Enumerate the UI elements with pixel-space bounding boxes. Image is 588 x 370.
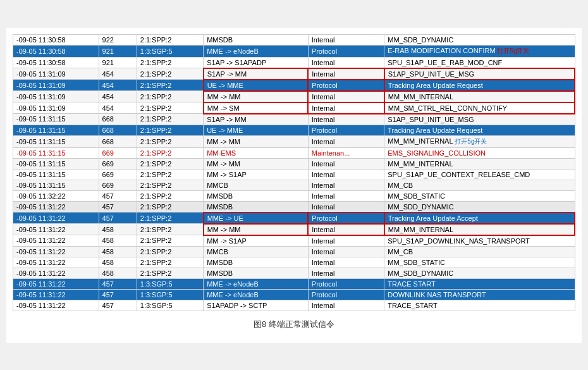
table-row: -09-05 11:30:589222:1:SPP:2MMSDBInternal…: [13, 34, 575, 45]
node-cell: 2:1:SPP:2: [137, 246, 203, 257]
direction-cell: MME -> eNodeB: [204, 278, 309, 289]
id-cell: 669: [99, 158, 137, 169]
table-row: -09-05 11:31:224582:1:SPP:2MM -> MMInter…: [13, 224, 575, 235]
time-cell: -09-05 11:31:15: [13, 114, 99, 125]
message-cell: MM_SM_CTRL_REL_CONN_NOTIFY: [384, 102, 575, 114]
message-cell: MM_SDB_STATIC: [384, 190, 575, 201]
message-cell: SPU_S1AP_UE_E_RAB_MOD_CNF: [384, 57, 575, 68]
direction-cell: MM -> MM: [204, 224, 309, 235]
time-cell: -09-05 11:31:22: [13, 300, 99, 311]
table-row: -09-05 11:31:156682:1:SPP:2S1AP -> MMInt…: [13, 114, 575, 125]
message-cell: EMS_SIGNALING_COLLISION: [384, 147, 575, 158]
node-cell: 1:3:SGP:5: [137, 300, 203, 311]
direction-cell: MMSDB: [204, 190, 309, 201]
direction-cell: MMCB: [204, 180, 309, 190]
id-cell: 457: [99, 300, 137, 311]
node-cell: 2:1:SPP:2: [137, 34, 203, 45]
type-cell: Protocol: [308, 213, 384, 224]
table-row: -09-05 11:31:156682:1:SPP:2UE -> MMEProt…: [13, 125, 575, 135]
time-cell: -09-05 11:31:15: [13, 147, 99, 158]
node-cell: 2:1:SPP:2: [137, 213, 203, 224]
id-cell: 454: [99, 102, 137, 114]
table-row: -09-05 11:31:224582:1:SPP:2MMSDBInternal…: [13, 268, 575, 278]
table-row: -09-05 11:31:094542:1:SPP:2S1AP -> MMInt…: [13, 68, 575, 80]
table-row: -09-05 11:31:224572:1:SPP:2MMSDBInternal…: [13, 201, 575, 213]
time-cell: -09-05 11:31:15: [13, 180, 99, 190]
type-cell: Protocol: [308, 289, 384, 300]
node-cell: 2:1:SPP:2: [137, 169, 203, 180]
node-cell: 2:1:SPP:2: [137, 201, 203, 213]
table-row: -09-05 11:31:224582:1:SPP:2MMCBInternalM…: [13, 246, 575, 257]
time-cell: -09-05 11:31:15: [13, 125, 99, 135]
direction-cell: MM -> S1AP: [204, 169, 309, 180]
node-cell: 2:1:SPP:2: [137, 91, 203, 102]
time-cell: -09-05 11:31:15: [13, 169, 99, 180]
type-cell: Protocol: [308, 278, 384, 289]
node-cell: 2:1:SPP:2: [137, 268, 203, 278]
message-cell: MM_MM_INTERNAL: [384, 224, 575, 235]
type-cell: Internal: [308, 257, 384, 268]
type-cell: Internal: [308, 224, 384, 235]
time-cell: -09-05 11:31:09: [13, 102, 99, 114]
type-cell: Internal: [308, 169, 384, 180]
direction-cell: MME -> UE: [204, 213, 309, 224]
table-row: -09-05 11:31:156682:1:SPP:2MM -> MMInter…: [13, 135, 575, 147]
direction-cell: MMSDB: [204, 257, 309, 268]
direction-cell: MMCB: [204, 246, 309, 257]
node-cell: 2:1:SPP:2: [137, 224, 203, 235]
type-cell: Internal: [308, 235, 384, 247]
table-row: -09-05 11:31:224572:1:SPP:2MME -> UEProt…: [13, 213, 575, 224]
time-cell: -09-05 11:31:09: [13, 80, 99, 91]
time-cell: -09-05 11:31:22: [13, 289, 99, 300]
message-cell: DOWNLINK NAS TRANSPORT: [384, 289, 575, 300]
message-cell: TRACE START: [384, 278, 575, 289]
id-cell: 457: [99, 289, 137, 300]
table-row: -09-05 11:32:224572:1:SPP:2MMSDBInternal…: [13, 190, 575, 201]
id-cell: 458: [99, 268, 137, 278]
id-cell: 457: [99, 190, 137, 201]
id-cell: 922: [99, 34, 137, 45]
direction-cell: MM -> MM: [204, 158, 309, 169]
direction-cell: MM -> SM: [204, 102, 309, 114]
time-cell: -09-05 11:31:22: [13, 224, 99, 235]
node-cell: 2:1:SPP:2: [137, 135, 203, 147]
id-cell: 458: [99, 246, 137, 257]
type-cell: Internal: [308, 114, 384, 125]
message-cell: MM_MM_INTERNAL: [384, 91, 575, 102]
time-cell: -09-05 11:31:22: [13, 235, 99, 247]
node-cell: 2:1:SPP:2: [137, 114, 203, 125]
page-container: -09-05 11:30:589222:1:SPP:2MMSDBInternal…: [6, 28, 582, 343]
id-cell: 454: [99, 80, 137, 91]
type-cell: Protocol: [308, 45, 384, 57]
node-cell: 1:3:SGP:5: [137, 45, 203, 57]
signal-table: -09-05 11:30:589222:1:SPP:2MMSDBInternal…: [13, 34, 575, 311]
node-cell: 2:1:SPP:2: [137, 125, 203, 135]
time-cell: -09-05 11:31:22: [13, 268, 99, 278]
node-cell: 2:1:SPP:2: [137, 190, 203, 201]
type-cell: Internal: [308, 102, 384, 114]
node-cell: 2:1:SPP:2: [137, 180, 203, 190]
direction-cell: S1APADP -> SCTP: [204, 300, 309, 311]
message-cell: MM_MM_INTERNAL 打开5g开关: [384, 135, 575, 147]
node-cell: 2:1:SPP:2: [137, 57, 203, 68]
caption: 图8 终端正常测试信令: [13, 319, 575, 330]
time-cell: -09-05 11:32:22: [13, 190, 99, 201]
table-row: -09-05 11:31:156692:1:SPP:2MM-EMSMainten…: [13, 147, 575, 158]
node-cell: 2:1:SPP:2: [137, 235, 203, 247]
id-cell: 668: [99, 114, 137, 125]
type-cell: Internal: [308, 201, 384, 213]
id-cell: 458: [99, 257, 137, 268]
direction-cell: MME -> eNodeB: [204, 45, 309, 57]
direction-cell: S1AP -> MM: [204, 114, 309, 125]
node-cell: 1:3:SGP:5: [137, 278, 203, 289]
direction-cell: MM -> S1AP: [204, 235, 309, 247]
message-cell: MM_CB: [384, 180, 575, 190]
time-cell: -09-05 11:31:22: [13, 278, 99, 289]
id-cell: 669: [99, 147, 137, 158]
type-cell: Maintenan...: [308, 147, 384, 158]
id-cell: 669: [99, 180, 137, 190]
time-cell: -09-05 11:31:09: [13, 91, 99, 102]
message-cell: S1AP_SPU_INIT_UE_MSG: [384, 68, 575, 80]
node-cell: 2:1:SPP:2: [137, 102, 203, 114]
type-cell: Internal: [308, 246, 384, 257]
